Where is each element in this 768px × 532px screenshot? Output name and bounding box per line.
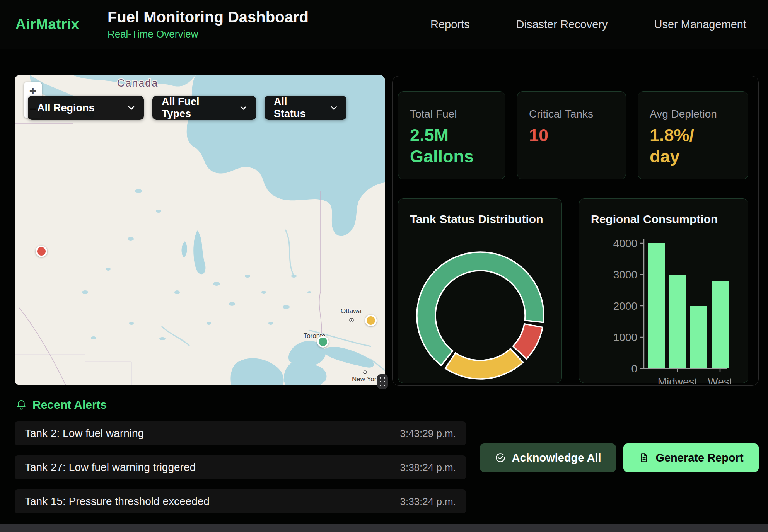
bar-x-tick: West — [708, 376, 732, 384]
status-filter-value: All Status — [274, 96, 321, 120]
page-subtitle: Real-Time Overview — [108, 28, 309, 40]
alert-timestamp: 3:43:29 p.m. — [400, 428, 456, 440]
consumption-bar — [690, 306, 707, 368]
stat-value: 1.8%/day — [650, 125, 699, 167]
map-label-country: Canada — [117, 77, 159, 89]
alert-row[interactable]: Tank 2: Low fuel warning 3:43:29 p.m. — [15, 421, 466, 445]
generate-report-label: Generate Report — [655, 452, 743, 464]
alert-message: Tank 2: Low fuel warning — [25, 427, 144, 440]
app-header: AirMatrix Fuel Monitoring Dashboard Real… — [0, 0, 768, 49]
nav-item-reports[interactable]: Reports — [430, 18, 470, 31]
stat-label: Avg Depletion — [650, 108, 748, 120]
bar-y-tick: 0 — [631, 363, 637, 375]
nav-item-disaster-recovery[interactable]: Disaster Recovery — [516, 18, 608, 31]
fuel-map[interactable]: Canada Ottawa Toronto New York + − All R… — [15, 75, 385, 385]
map-label-new-york: New York — [352, 375, 380, 383]
fuel-type-filter-dropdown[interactable]: All Fuel Types — [152, 96, 256, 120]
stat-card-avg-depletion: Avg Depletion 1.8%/day — [638, 91, 748, 179]
map-label-ottawa: Ottawa — [341, 307, 362, 315]
stat-card-critical-tanks: Critical Tanks 10 — [517, 91, 626, 179]
chevron-down-icon — [331, 106, 337, 110]
stat-card-total-fuel: Total Fuel 2.5M Gallons — [398, 91, 505, 179]
bar-y-tick: 1000 — [613, 331, 637, 343]
alert-timestamp: 3:38:24 p.m. — [400, 462, 456, 474]
consumption-bar — [648, 243, 665, 368]
alert-row[interactable]: Tank 15: Pressure threshold exceeded 3:3… — [15, 489, 466, 513]
main-nav: Reports Disaster Recovery User Managemen… — [430, 18, 746, 31]
alert-message: Tank 27: Low fuel warning triggered — [25, 461, 196, 474]
recent-alerts-heading: Recent Alerts — [15, 398, 107, 411]
chevron-down-icon — [240, 106, 247, 110]
map-resize-handle[interactable] — [377, 374, 388, 389]
tank-status-donut — [398, 199, 562, 384]
bar-y-tick: 3000 — [613, 269, 637, 281]
acknowledge-all-label: Acknowledge All — [512, 452, 601, 464]
alert-row[interactable]: Tank 27: Low fuel warning triggered 3:38… — [15, 455, 466, 479]
overview-panel: Total Fuel 2.5M Gallons Critical Tanks 1… — [392, 76, 759, 386]
alert-timestamp: 3:33:24 p.m. — [400, 496, 456, 508]
region-filter-value: All Regions — [37, 102, 95, 114]
title-block: Fuel Monitoring Dashboard Real-Time Over… — [108, 9, 309, 40]
document-icon — [638, 452, 649, 463]
acknowledge-all-button[interactable]: Acknowledge All — [480, 443, 616, 472]
donut-segment-warning — [445, 349, 523, 379]
map-canvas: Canada Ottawa Toronto New York — [15, 75, 385, 385]
generate-report-button[interactable]: Generate Report — [623, 443, 759, 472]
check-circle-icon — [495, 452, 506, 463]
status-filter-dropdown[interactable]: All Status — [265, 96, 346, 120]
tank-marker-critical[interactable] — [36, 246, 47, 257]
chevron-down-icon — [128, 106, 135, 110]
bar-y-tick: 4000 — [613, 237, 637, 249]
page-title: Fuel Monitoring Dashboard — [108, 9, 309, 26]
stat-value: 2.5M Gallons — [410, 125, 487, 167]
bar-y-tick: 2000 — [613, 300, 637, 312]
bell-icon — [15, 399, 27, 411]
donut-segment-critical — [513, 324, 543, 359]
fuel-type-filter-value: All Fuel Types — [162, 96, 230, 120]
recent-alerts-title: Recent Alerts — [32, 398, 107, 411]
consumption-bar — [669, 275, 686, 368]
region-filter-dropdown[interactable]: All Regions — [28, 96, 144, 120]
regional-bar-svg: 01000200030004000MidwestWest — [579, 199, 749, 384]
tank-marker-warning[interactable] — [365, 315, 377, 326]
alert-message: Tank 15: Pressure threshold exceeded — [25, 495, 210, 508]
nav-item-user-management[interactable]: User Management — [654, 18, 746, 31]
consumption-bar — [712, 281, 729, 368]
bottom-partial-row — [0, 524, 768, 532]
stat-value: 10 — [529, 125, 626, 146]
brand-logo: AirMatrix — [15, 16, 79, 32]
stat-label: Total Fuel — [410, 108, 505, 120]
map-filter-bar: All Regions All Fuel Types All Status — [28, 96, 346, 120]
tank-marker-normal[interactable] — [317, 336, 329, 348]
tank-status-card: Tank Status Distribution — [398, 198, 562, 383]
regional-consumption-card: Regional Consumption 01000200030004000Mi… — [579, 198, 748, 383]
bar-x-tick: Midwest — [658, 376, 698, 384]
stat-label: Critical Tanks — [529, 108, 626, 120]
